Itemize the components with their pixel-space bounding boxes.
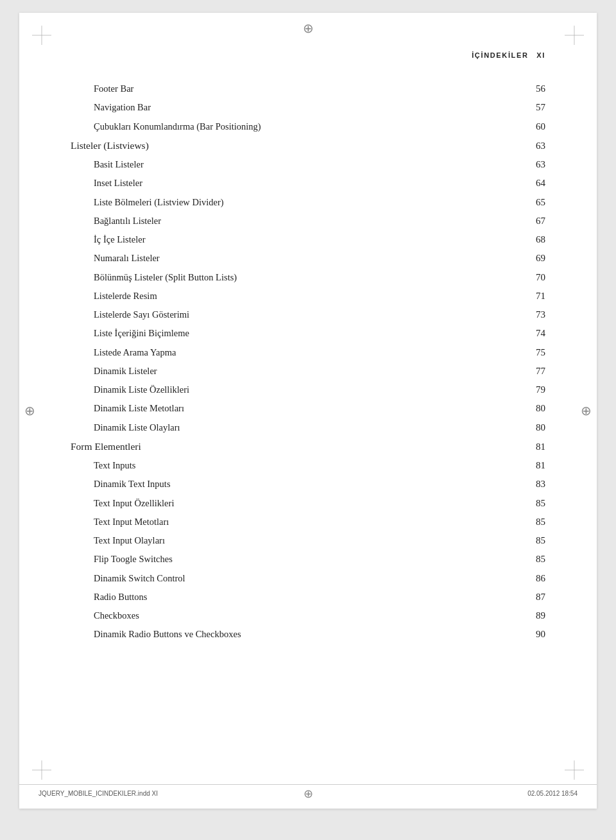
toc-entry: Dinamik Liste Özellikleri79 (94, 381, 545, 399)
toc-entry: Listede Arama Yapma75 (94, 343, 545, 362)
toc-entry-title: Dinamik Listeler (94, 364, 526, 378)
toc-entry: Dinamik Listeler77 (94, 362, 545, 381)
toc-entry-title: Inset Listeler (94, 176, 526, 190)
footer-left: JQUERY_MOBILE_ICINDEKILER.indd XI (38, 790, 158, 797)
toc-entry-page: 75 (526, 345, 545, 360)
toc-entry-title: Dinamik Liste Özellikleri (94, 382, 526, 397)
toc-entry-title: Text Input Metotları (94, 515, 526, 529)
toc-entry-page: 90 (526, 627, 545, 642)
toc-entry: Çubukları Konumlandırma (Bar Positioning… (94, 117, 545, 136)
toc-entry-page: 81 (526, 440, 545, 454)
toc-entry-page: 69 (526, 251, 545, 266)
toc-entry: Dinamik Text Inputs83 (94, 475, 545, 493)
toc-entry: Dinamik Liste Metotları80 (94, 399, 545, 418)
toc-entry: Footer Bar56 (94, 80, 545, 98)
toc-entry: Dinamik Liste Olayları80 (94, 418, 545, 437)
toc-entry-page: 67 (526, 214, 545, 228)
toc-entry: Numaralı Listeler69 (94, 249, 545, 268)
toc-entry-page: 85 (526, 515, 545, 529)
toc-entry: Text Inputs81 (94, 456, 545, 475)
toc-entry: Flip Toogle Switches85 (94, 550, 545, 569)
toc-entry-page: 89 (526, 608, 545, 623)
toc-entry: Checkboxes89 (94, 606, 545, 625)
toc-entry-title: Dinamik Liste Metotları (94, 401, 526, 415)
toc-entry-title: Listelerde Sayı Gösterimi (94, 307, 526, 321)
toc-entry: Basit Listeler63 (94, 155, 545, 174)
toc-entry-page: 77 (526, 364, 545, 379)
toc-entry: Text Input Olayları85 (94, 531, 545, 550)
toc-entry-page: 86 (526, 571, 545, 586)
toc-entry-title: Bağlantılı Listeler (94, 214, 526, 228)
toc-entry: Dinamik Switch Control86 (94, 569, 545, 588)
left-crosshair: ⊕ (24, 403, 35, 418)
toc-entry: Listelerde Sayı Gösterimi73 (94, 305, 545, 324)
toc-entry-title: Bölünmüş Listeler (Split Button Lists) (94, 270, 526, 284)
toc-entry: Liste Bölmeleri (Listview Divider)65 (94, 193, 545, 212)
toc-entry: Liste İçeriğini Biçimleme74 (94, 324, 545, 343)
toc-entry-title: Listeler (Listviews) (71, 138, 526, 153)
toc-entry-title: Footer Bar (94, 81, 526, 96)
toc-entry-page: 83 (526, 477, 545, 492)
toc-entry-page: 68 (526, 232, 545, 247)
toc-entry-title: Çubukları Konumlandırma (Bar Positioning… (94, 119, 526, 133)
toc-entry-title: İç İçe Listeler (94, 232, 526, 246)
toc-entry-page: 80 (526, 420, 545, 435)
toc-entry-title: Text Inputs (94, 458, 526, 472)
footer-right: 02.05.2012 18:54 (527, 790, 578, 797)
toc-entry-title: Numaralı Listeler (94, 251, 526, 265)
page: ⊕ ⊕ ⊕ İÇİNDEKİLER XI Footer Bar56Navigat… (19, 13, 597, 809)
toc-entry-page: 71 (526, 289, 545, 304)
toc-entry-page: 56 (526, 81, 545, 96)
toc-entry-title: Dinamik Liste Olayları (94, 420, 526, 434)
header-label: İÇİNDEKİLER (472, 51, 528, 59)
toc-entry: Text Input Özellikleri85 (94, 494, 545, 513)
toc-entry: Bağlantılı Listeler67 (94, 212, 545, 230)
top-crosshair: ⊕ (303, 21, 314, 36)
toc-entry: İç İçe Listeler68 (94, 230, 545, 249)
toc-entry-title: Liste Bölmeleri (Listview Divider) (94, 195, 526, 209)
toc-entry: Form Elementleri81 (71, 437, 545, 456)
toc-entry-title: Flip Toogle Switches (94, 552, 526, 566)
toc-entry-title: Basit Listeler (94, 157, 526, 171)
toc-entry: Radio Buttons87 (94, 588, 545, 606)
toc-entry-title: Text Input Olayları (94, 533, 526, 547)
toc-entry: Text Input Metotları85 (94, 513, 545, 531)
toc-entry-title: Listelerde Resim (94, 289, 526, 303)
footer-crosshair: ⊕ (304, 787, 313, 801)
toc-entry: Dinamik Radio Buttons ve Checkboxes90 (94, 625, 545, 644)
header-page-num: XI (536, 51, 545, 59)
right-crosshair: ⊕ (581, 403, 592, 418)
toc-entry-title: Liste İçeriğini Biçimleme (94, 326, 526, 340)
toc-entry-title: Listede Arama Yapma (94, 345, 526, 359)
toc-entry-title: Navigation Bar (94, 100, 526, 114)
toc-entry-page: 85 (526, 552, 545, 567)
page-header: İÇİNDEKİLER XI (71, 51, 545, 59)
toc-entry-page: 63 (526, 157, 545, 172)
toc-entry-page: 70 (526, 270, 545, 285)
toc-entry-page: 74 (526, 326, 545, 341)
toc-entry-page: 63 (526, 139, 545, 153)
toc-entry-page: 79 (526, 382, 545, 397)
toc-entry-page: 73 (526, 307, 545, 322)
toc-entry: Listelerde Resim71 (94, 287, 545, 305)
toc-entry-title: Form Elementleri (71, 439, 526, 454)
toc-entry-page: 64 (526, 176, 545, 191)
toc-entry-page: 85 (526, 496, 545, 511)
toc-entry-page: 65 (526, 195, 545, 210)
toc-entry-title: Dinamik Switch Control (94, 571, 526, 585)
toc-entry: Bölünmüş Listeler (Split Button Lists)70 (94, 268, 545, 287)
toc-entry-page: 57 (526, 100, 545, 115)
toc-entry-page: 87 (526, 590, 545, 604)
toc-entry-title: Text Input Özellikleri (94, 496, 526, 510)
toc-entry: Listeler (Listviews)63 (71, 136, 545, 155)
toc-container: Footer Bar56Navigation Bar57Çubukları Ko… (71, 80, 545, 644)
toc-entry-title: Dinamik Text Inputs (94, 477, 526, 491)
toc-entry-page: 60 (526, 119, 545, 134)
toc-entry-title: Radio Buttons (94, 590, 526, 604)
toc-entry-page: 85 (526, 533, 545, 548)
toc-entry-page: 81 (526, 458, 545, 473)
toc-entry-page: 80 (526, 401, 545, 416)
toc-entry-title: Checkboxes (94, 608, 526, 622)
toc-entry: Navigation Bar57 (94, 98, 545, 117)
toc-entry: Inset Listeler64 (94, 174, 545, 193)
